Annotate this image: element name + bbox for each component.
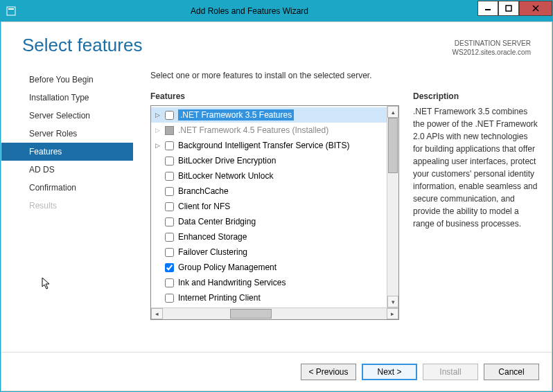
destination-server: DESTINATION SERVER WS2012.sites.oracle.c… [453, 39, 531, 57]
scroll-left-arrow[interactable]: ◂ [151, 308, 163, 319]
expander-icon[interactable]: ▷ [154, 142, 161, 149]
titlebar[interactable]: Add Roles and Features Wizard [1, 1, 552, 21]
horizontal-scrollbar[interactable]: ◂ ▸ [151, 308, 398, 319]
window-controls [477, 1, 552, 21]
feature-row[interactable]: ▷.NET Framework 3.5 Features [151, 107, 387, 123]
feature-row[interactable]: BitLocker Network Unlock [151, 168, 387, 184]
feature-row[interactable]: ▷Background Intelligent Transfer Service… [151, 138, 387, 153]
sidebar-item-features[interactable]: Features [1, 143, 133, 161]
feature-label: Data Center Bridging [178, 217, 256, 226]
feature-label: Group Policy Management [178, 262, 276, 272]
feature-checkbox [165, 126, 174, 135]
wizard-sidebar: Before You BeginInstallation TypeServer … [1, 64, 133, 352]
feature-label: Ink and Handwriting Services [178, 278, 286, 287]
hscroll-thumb[interactable] [230, 309, 272, 319]
feature-checkbox[interactable] [165, 217, 174, 226]
feature-row[interactable]: Group Policy Management [151, 260, 387, 275]
feature-checkbox[interactable] [165, 248, 174, 257]
scroll-thumb[interactable] [388, 118, 398, 173]
feature-label: Failover Clustering [178, 247, 247, 257]
feature-checkbox[interactable] [165, 111, 174, 120]
feature-checkbox[interactable] [165, 263, 174, 272]
window-title: Add Roles and Features Wizard [21, 1, 477, 21]
app-icon [1, 1, 21, 21]
feature-checkbox[interactable] [165, 202, 174, 211]
feature-checkbox[interactable] [165, 187, 174, 196]
feature-checkbox[interactable] [165, 278, 174, 287]
feature-label: Enhanced Storage [178, 232, 247, 242]
feature-checkbox[interactable] [165, 141, 174, 150]
feature-row[interactable]: Enhanced Storage [151, 229, 387, 244]
feature-label: .NET Framework 3.5 Features [178, 109, 294, 121]
instruction-text: Select one or more features to install o… [150, 71, 538, 80]
sidebar-item-results: Results [1, 197, 133, 215]
previous-button[interactable]: < Previous [301, 364, 356, 380]
feature-label: Background Intelligent Transfer Service … [178, 141, 349, 150]
feature-row[interactable]: Internet Printing Client [151, 290, 387, 305]
expander-icon[interactable]: ▷ [154, 112, 161, 118]
feature-checkbox[interactable] [165, 233, 174, 242]
destination-label: DESTINATION SERVER [453, 39, 531, 48]
sidebar-item-before-you-begin[interactable]: Before You Begin [1, 71, 133, 89]
feature-row[interactable]: BranchCache [151, 184, 387, 199]
feature-label: .NET Framework 4.5 Features (Installed) [178, 125, 328, 135]
sidebar-item-installation-type[interactable]: Installation Type [1, 89, 133, 107]
svg-rect-0 [7, 7, 15, 15]
wizard-header: Select features DESTINATION SERVER WS201… [1, 22, 552, 64]
feature-label: BitLocker Drive Encryption [178, 156, 276, 166]
sidebar-item-server-roles[interactable]: Server Roles [1, 125, 133, 143]
svg-rect-1 [8, 8, 14, 10]
feature-label: BitLocker Network Unlock [178, 171, 273, 181]
description-text: .NET Framework 3.5 combines the power of… [413, 105, 538, 230]
feature-label: BranchCache [178, 186, 229, 196]
feature-row[interactable]: BitLocker Drive Encryption [151, 153, 387, 168]
svg-rect-3 [506, 6, 511, 11]
page-title: Select features [22, 35, 142, 56]
expander-icon[interactable]: ▷ [154, 127, 161, 134]
close-button[interactable] [519, 1, 552, 16]
feature-row[interactable]: ▷.NET Framework 4.5 Features (Installed) [151, 123, 387, 138]
feature-row[interactable]: Client for NFS [151, 199, 387, 214]
feature-checkbox[interactable] [165, 294, 174, 303]
install-button: Install [423, 364, 478, 380]
feature-label: Client for NFS [178, 202, 230, 211]
sidebar-item-confirmation[interactable]: Confirmation [1, 179, 133, 197]
feature-checkbox[interactable] [165, 172, 174, 181]
description-label: Description [413, 91, 538, 101]
cancel-button[interactable]: Cancel [484, 364, 539, 380]
wizard-footer: < Previous Next > Install Cancel [1, 352, 552, 391]
feature-row[interactable]: Failover Clustering [151, 244, 387, 260]
feature-row[interactable]: Data Center Bridging [151, 214, 387, 229]
sidebar-item-ad-ds[interactable]: AD DS [1, 161, 133, 179]
feature-label: Internet Printing Client [178, 293, 261, 303]
feature-row[interactable]: Ink and Handwriting Services [151, 275, 387, 290]
sidebar-item-server-selection[interactable]: Server Selection [1, 107, 133, 125]
scroll-down-arrow[interactable]: ▾ [387, 296, 398, 308]
maximize-button[interactable] [498, 1, 519, 16]
features-label: Features [150, 91, 399, 101]
features-listbox[interactable]: ▷.NET Framework 3.5 Features▷.NET Framew… [150, 105, 399, 320]
minimize-button[interactable] [477, 1, 498, 16]
next-button[interactable]: Next > [362, 364, 417, 380]
scroll-up-arrow[interactable]: ▴ [387, 106, 398, 118]
destination-value: WS2012.sites.oracle.com [453, 48, 531, 57]
feature-checkbox[interactable] [165, 157, 174, 166]
scroll-right-arrow[interactable]: ▸ [387, 308, 398, 319]
vertical-scrollbar[interactable]: ▴ ▾ [387, 106, 398, 308]
